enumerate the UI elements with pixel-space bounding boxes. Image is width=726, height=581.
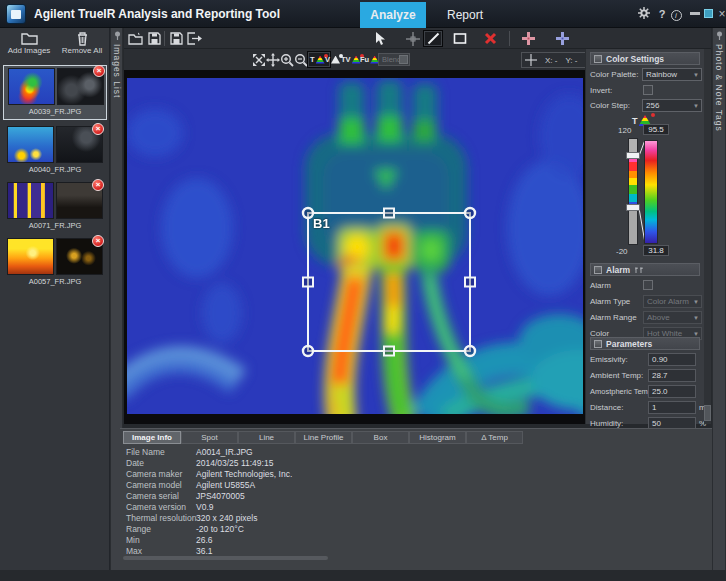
remove-thumbnail-1-icon[interactable]: ×	[93, 65, 105, 77]
scale-range-max: 120	[618, 126, 631, 135]
info-label: Max	[126, 546, 142, 556]
coord-x-readout: X: -	[545, 56, 557, 65]
max-temp-marker-icon[interactable]	[520, 30, 537, 47]
alarm-badge-icon	[634, 266, 644, 274]
horizontal-scrollbar-thumb[interactable]	[123, 556, 328, 560]
chevron-down-icon: ▼	[693, 72, 699, 78]
tab-box[interactable]: Box	[352, 431, 409, 444]
alarm-checkbox[interactable]	[643, 280, 653, 290]
ambient-temp-field[interactable]: 28.7	[648, 369, 696, 382]
right-panel-scrollbar[interactable]	[704, 49, 711, 424]
scale-high-handle[interactable]	[626, 152, 640, 159]
toolbar-separator	[509, 31, 510, 46]
info-label: Range	[126, 524, 151, 534]
scale-level-low[interactable]: 31.8	[643, 245, 669, 256]
color-step-label: Color Step:	[590, 101, 630, 110]
remove-thumbnail-3-icon[interactable]: ×	[92, 179, 104, 191]
cursor-tool-icon[interactable]	[370, 30, 387, 47]
info-value: 2014/03/25 11:49:15	[196, 458, 273, 468]
add-images-button[interactable]: Add Images	[3, 30, 55, 63]
alarm-range-label: Alarm Range	[590, 313, 637, 322]
invert-checkbox[interactable]	[643, 85, 653, 95]
remove-thumbnail-4-icon[interactable]: ×	[92, 235, 104, 247]
scale-low-handle[interactable]	[626, 204, 640, 211]
alarm-type-value: Color Alarm	[647, 297, 689, 306]
thumbnail-item-4[interactable]: × A0057_FR.JPG	[3, 236, 107, 291]
settings-gear-icon[interactable]	[636, 6, 652, 22]
color-step-select[interactable]: 256 ▼	[642, 99, 702, 112]
remove-thumbnail-2-icon[interactable]: ×	[92, 123, 104, 135]
humidity-label: Humidity:	[590, 419, 623, 428]
maximize-icon[interactable]	[704, 9, 713, 18]
collapse-icon[interactable]	[594, 340, 602, 348]
box-annotation-label[interactable]: B1	[313, 216, 330, 231]
distance-field[interactable]: 1	[648, 401, 696, 414]
info-label: File Name	[126, 447, 165, 457]
ambient-temp-label: Ambient Temp:	[590, 371, 643, 380]
thermal-image-viewport[interactable]: B1	[124, 70, 585, 424]
alarm-type-label: Alarm Type	[590, 297, 630, 306]
pin-icon[interactable]	[716, 31, 723, 40]
ambient-temp-value: 28.7	[652, 371, 668, 380]
color-palette-select[interactable]: Rainbow ▼	[642, 68, 702, 81]
tab-line[interactable]: Line	[238, 431, 295, 444]
thumbnail-item-3[interactable]: × A0071_FR.JPG	[3, 180, 107, 235]
scale-level-high[interactable]: 95.5	[643, 124, 669, 135]
minimize-icon[interactable]	[690, 12, 700, 15]
info-label: Min	[126, 535, 140, 545]
line-tool-icon[interactable]	[423, 30, 443, 47]
toolbar-separator	[164, 31, 165, 46]
view-mode-visible-label: V	[325, 55, 330, 64]
thumbnail-images-3: ×	[7, 182, 103, 219]
mode-dot-icon	[651, 113, 655, 117]
thumbnail-item-2[interactable]: × A0040_FR.JPG	[3, 124, 107, 179]
photo-note-tags-tab[interactable]: Photo & Note Tags	[714, 44, 724, 132]
tab-histogram[interactable]: Histogram	[409, 431, 466, 444]
thermal-thumb-2	[7, 126, 54, 163]
right-panel-scrollbar-thumb[interactable]	[704, 405, 711, 421]
save-report-icon[interactable]	[168, 30, 185, 47]
color-settings-header[interactable]: Color Settings	[590, 52, 700, 65]
thermal-thumb-1	[8, 68, 55, 105]
open-file-icon[interactable]	[127, 30, 144, 47]
export-icon[interactable]	[186, 30, 203, 47]
alarm-range-select: Above ▼	[643, 311, 702, 324]
info-value: -20 to 120°C	[196, 524, 244, 534]
remove-all-button[interactable]: Remove All	[56, 30, 108, 63]
info-label: Thermal resolution	[126, 513, 196, 523]
collapse-icon[interactable]	[594, 266, 602, 274]
save-icon[interactable]	[146, 30, 163, 47]
emissivity-field[interactable]: 0.90	[648, 353, 696, 366]
atmospheric-temp-field[interactable]: 25.0	[648, 385, 696, 398]
thumbnail-name-4: A0057_FR.JPG	[3, 277, 107, 286]
tab-image-info[interactable]: Image Info	[123, 431, 181, 444]
close-icon[interactable]: ×	[716, 6, 726, 22]
info-icon[interactable]: i	[668, 6, 684, 22]
info-value: 36.1	[196, 546, 213, 556]
color-palette-value: Rainbow	[646, 70, 677, 79]
parameters-header[interactable]: Parameters	[590, 337, 700, 350]
delete-annotation-icon[interactable]	[482, 30, 499, 47]
thumbnail-item-1[interactable]: × A0039_FR.JPG	[3, 65, 107, 120]
box-tool-icon[interactable]	[451, 30, 468, 47]
spot-tool-icon[interactable]	[404, 30, 421, 47]
images-list-tab[interactable]: Images List	[112, 44, 122, 98]
info-label: Camera maker	[126, 469, 182, 479]
min-temp-marker-icon[interactable]	[554, 30, 571, 47]
tab-line-profile[interactable]: Line Profile	[295, 431, 352, 444]
info-label: Camera serial	[126, 491, 179, 501]
tab-analyze[interactable]: Analyze	[360, 2, 426, 28]
thumbnail-images-2: ×	[7, 126, 103, 163]
tab-report[interactable]: Report	[430, 2, 500, 28]
coord-crosshair-icon	[525, 54, 537, 66]
view-mode-thermal-visible-label: TV	[341, 55, 351, 64]
app-logo-icon	[6, 4, 26, 24]
thumbnail-name-3: A0071_FR.JPG	[3, 221, 107, 230]
blend-knob	[399, 55, 408, 64]
tab-delta-temp[interactable]: Δ Temp	[466, 431, 523, 444]
info-value: A0014_IR.JPG	[196, 447, 253, 457]
tab-spot[interactable]: Spot	[181, 431, 238, 444]
alarm-header[interactable]: Alarm	[590, 263, 700, 276]
pin-icon[interactable]	[114, 31, 121, 40]
collapse-icon[interactable]	[594, 55, 602, 63]
